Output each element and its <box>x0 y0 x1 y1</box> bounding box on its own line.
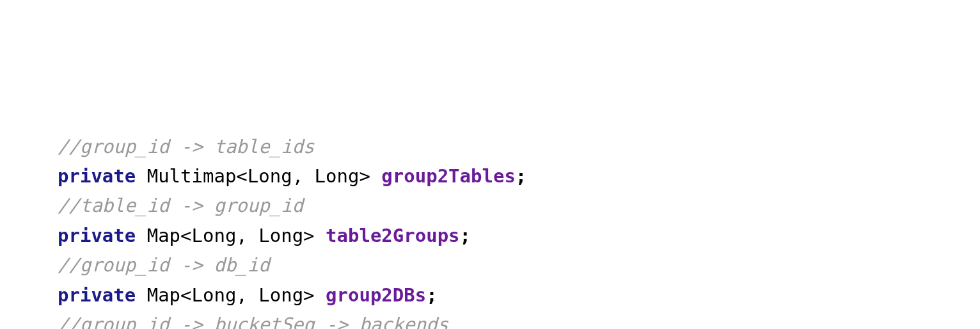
code-line: private Multimap<Long, Long> group2Table… <box>58 161 980 191</box>
comment-text: //group_id -> bucketSeq -> backends <box>58 314 448 329</box>
comment-text: //table_id -> group_id <box>58 195 303 216</box>
keyword: private <box>58 225 136 246</box>
semicolon: ; <box>516 165 526 187</box>
code-line: //table_id -> group_id <box>58 191 980 220</box>
code-line: //group_id -> bucketSeq -> backends <box>58 310 980 329</box>
space <box>315 284 326 306</box>
semicolon: ; <box>460 225 471 246</box>
comment-text: //group_id -> table_ids <box>58 136 315 157</box>
field-name: table2Groups <box>326 225 460 246</box>
generics: <Long, Long> <box>180 225 315 246</box>
keyword: private <box>58 284 136 306</box>
field-name: group2Tables <box>381 165 516 187</box>
type-name: Map <box>136 225 180 246</box>
type-name: Map <box>136 284 180 306</box>
generics: <Long, Long> <box>180 284 315 306</box>
keyword: private <box>58 165 136 187</box>
code-line: //group_id -> table_ids <box>58 132 980 161</box>
code-line: //group_id -> db_id <box>58 250 980 280</box>
code-line: private Map<Long, Long> table2Groups; <box>58 221 980 250</box>
code-block: //group_id -> table_idsprivate Multimap<… <box>58 132 980 329</box>
code-line: private Map<Long, Long> group2DBs; <box>58 280 980 310</box>
type-name: Multimap <box>136 165 236 187</box>
space <box>370 165 381 187</box>
semicolon: ; <box>426 284 437 306</box>
space <box>315 225 326 246</box>
generics: <Long, Long> <box>236 165 370 187</box>
comment-text: //group_id -> db_id <box>58 254 270 276</box>
field-name: group2DBs <box>326 284 426 306</box>
